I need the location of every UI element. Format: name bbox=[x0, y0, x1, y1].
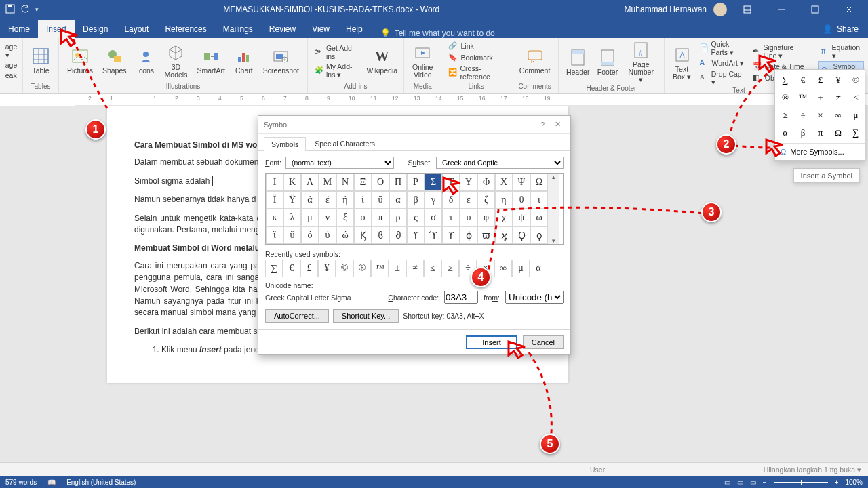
symbol-cell[interactable]: έ bbox=[319, 191, 336, 209]
pictures-button[interactable]: Pictures bbox=[63, 45, 97, 76]
symbol-cell[interactable]: Ο bbox=[372, 174, 389, 191]
tab-symbols[interactable]: Symbols bbox=[264, 137, 306, 151]
zoom-level[interactable]: 100% bbox=[845, 479, 863, 486]
char-code-input[interactable] bbox=[444, 291, 478, 304]
symbol-cell[interactable]: Ω bbox=[530, 174, 548, 191]
recent-symbol-cell[interactable]: ± bbox=[389, 260, 406, 277]
symbol-cell[interactable]: ο bbox=[354, 209, 372, 226]
shortcut-key-button[interactable]: Shortcut Key... bbox=[333, 309, 399, 323]
flyout-symbol-cell[interactable]: ≥ bbox=[776, 106, 794, 124]
recent-symbol-cell[interactable]: £ bbox=[300, 260, 318, 277]
symbol-cell[interactable]: κ bbox=[266, 209, 283, 226]
symbol-cell[interactable]: Ϊ bbox=[266, 191, 283, 209]
tab-special-chars[interactable]: Special Characters bbox=[307, 136, 382, 150]
flyout-symbol-cell[interactable]: β bbox=[794, 124, 812, 142]
get-addins-button[interactable]: 🛍Get Add-ins bbox=[312, 43, 363, 61]
signature-line-button[interactable]: ✒Signature Line ▾ bbox=[750, 43, 810, 60]
symbol-cell[interactable]: Λ bbox=[301, 174, 319, 191]
symbol-cell[interactable]: ί bbox=[354, 191, 372, 209]
symbol-cell[interactable]: μ bbox=[301, 209, 319, 226]
language-status[interactable]: English (United States) bbox=[66, 479, 136, 486]
text-box-button[interactable]: AText Box ▾ bbox=[669, 44, 696, 82]
tab-layout[interactable]: Layout bbox=[116, 20, 157, 38]
blank-page-button[interactable]: age bbox=[3, 60, 20, 70]
recent-symbol-cell[interactable]: ¥ bbox=[318, 260, 336, 277]
cross-reference-button[interactable]: 🔀Cross-reference bbox=[446, 64, 506, 81]
flyout-symbol-cell[interactable]: ® bbox=[776, 89, 794, 106]
tab-references[interactable]: References bbox=[157, 20, 214, 38]
shapes-button[interactable]: Shapes bbox=[98, 45, 131, 76]
from-select[interactable]: Unicode (hex) bbox=[505, 291, 564, 304]
symbol-cell[interactable]: ή bbox=[336, 191, 354, 209]
3d-models-button[interactable]: 3D Models bbox=[161, 42, 192, 80]
symbol-cell[interactable]: ό bbox=[301, 226, 319, 244]
symbol-cell[interactable]: θ bbox=[513, 191, 530, 209]
symbol-cell[interactable]: ϕ bbox=[460, 226, 477, 244]
screenshot-button[interactable]: Screenshot bbox=[259, 45, 303, 76]
view-web-icon[interactable]: ▭ bbox=[750, 479, 756, 486]
flyout-symbol-cell[interactable]: × bbox=[812, 106, 829, 124]
flyout-symbol-cell[interactable]: μ bbox=[847, 106, 865, 124]
maximize-button[interactable] bbox=[802, 0, 829, 19]
view-read-icon[interactable]: ▭ bbox=[724, 479, 730, 486]
symbol-cell[interactable]: ε bbox=[460, 191, 477, 209]
symbol-cell[interactable]: Ρ bbox=[407, 174, 425, 191]
symbol-cell[interactable]: ϓ bbox=[425, 226, 442, 244]
undo-icon[interactable] bbox=[20, 4, 30, 16]
smartart-button[interactable]: SmartArt bbox=[193, 45, 229, 76]
symbol-cell[interactable]: Τ bbox=[442, 174, 460, 191]
symbol-cell[interactable]: ϙ bbox=[530, 226, 548, 244]
wordart-button[interactable]: AWordArt ▾ bbox=[697, 58, 749, 68]
symbol-cell[interactable]: ϋ bbox=[283, 226, 301, 244]
minimize-button[interactable] bbox=[768, 0, 795, 19]
symbol-cell[interactable]: β bbox=[407, 191, 425, 209]
symbol-cell[interactable]: ς bbox=[407, 209, 425, 226]
close-button[interactable] bbox=[835, 0, 863, 19]
recent-symbol-cell[interactable]: ∑ bbox=[265, 260, 283, 277]
equation-button[interactable]: πEquation ▾ bbox=[818, 43, 864, 60]
recent-symbol-cell[interactable]: ™ bbox=[371, 260, 389, 277]
recent-symbol-cell[interactable]: ≥ bbox=[441, 260, 459, 277]
dialog-help-button[interactable]: ? bbox=[535, 121, 550, 129]
recent-symbol-cell[interactable]: ® bbox=[353, 260, 371, 277]
symbol-cell[interactable]: Φ bbox=[477, 174, 495, 191]
symbol-cell[interactable]: ν bbox=[319, 209, 336, 226]
flyout-symbol-cell[interactable]: ∑ bbox=[847, 124, 865, 142]
flyout-symbol-cell[interactable]: ∞ bbox=[829, 106, 847, 124]
dialog-close-button[interactable]: ✕ bbox=[550, 120, 565, 129]
tell-me-search[interactable]: 💡 Tell me what you want to do bbox=[371, 28, 495, 38]
symbol-cell[interactable]: Ϙ bbox=[513, 226, 530, 244]
symbol-cell[interactable]: α bbox=[389, 191, 407, 209]
symbol-cell[interactable]: σ bbox=[425, 209, 442, 226]
symbol-cell[interactable]: δ bbox=[442, 191, 460, 209]
symbol-cell[interactable]: ύ bbox=[319, 226, 336, 244]
drop-cap-button[interactable]: ADrop Cap ▾ bbox=[697, 69, 749, 87]
grid-scrollbar[interactable]: ▴▾ bbox=[548, 174, 559, 244]
recent-symbol-cell[interactable]: × bbox=[477, 260, 494, 277]
avatar[interactable] bbox=[713, 3, 727, 16]
tab-design[interactable]: Design bbox=[75, 20, 116, 38]
symbol-cell[interactable]: Υ bbox=[460, 174, 477, 191]
symbol-cell[interactable]: ϑ bbox=[389, 226, 407, 244]
zoom-slider[interactable] bbox=[774, 482, 828, 483]
recent-symbols-grid[interactable]: ∑€£¥©®™±≠≤≥÷×∞μα bbox=[265, 260, 564, 277]
symbol-cell[interactable]: Χ bbox=[495, 174, 513, 191]
user-name[interactable]: Muhammad Hernawan bbox=[625, 5, 707, 14]
flyout-symbol-cell[interactable]: © bbox=[847, 71, 865, 89]
flyout-symbol-cell[interactable]: £ bbox=[812, 71, 829, 89]
recent-symbol-cell[interactable]: α bbox=[530, 260, 547, 277]
symbol-cell[interactable]: ϔ bbox=[442, 226, 460, 244]
symbol-cell[interactable]: ζ bbox=[477, 191, 495, 209]
autocorrect-button[interactable]: AutoCorrect... bbox=[265, 309, 329, 323]
symbol-cell[interactable]: Π bbox=[389, 174, 407, 191]
symbol-cell[interactable]: λ bbox=[283, 209, 301, 226]
chart-button[interactable]: Chart bbox=[231, 45, 258, 76]
recent-symbol-cell[interactable]: μ bbox=[512, 260, 530, 277]
symbol-cell[interactable]: ϖ bbox=[477, 226, 495, 244]
flyout-symbol-cell[interactable]: ≤ bbox=[847, 89, 865, 106]
flyout-symbol-cell[interactable]: ™ bbox=[794, 89, 812, 106]
symbol-cell[interactable]: Ι bbox=[266, 174, 283, 191]
symbol-cell[interactable]: Ϋ bbox=[283, 191, 301, 209]
revision-message[interactable]: Hilangkan langkah 1 ttg buka ▾ bbox=[764, 466, 861, 474]
icons-button[interactable]: Icons bbox=[132, 45, 159, 76]
